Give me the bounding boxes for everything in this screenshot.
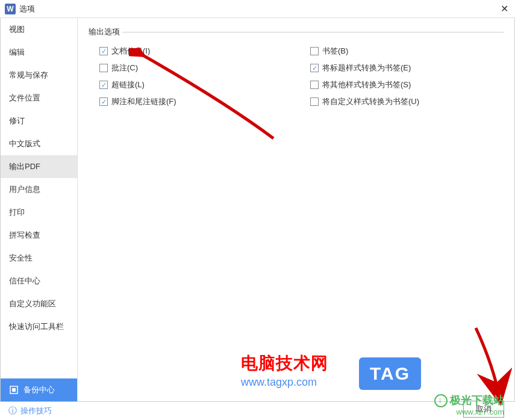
sidebar-item-quick-access[interactable]: 快速访问工具栏 xyxy=(1,315,77,338)
sidebar-item-trust-center[interactable]: 信任中心 xyxy=(1,270,77,292)
footer-buttons: 取消 xyxy=(463,401,504,418)
checkbox-doc-info[interactable] xyxy=(99,47,108,55)
option-hyperlinks[interactable]: 超链接(L) xyxy=(99,79,292,90)
option-bookmarks[interactable]: 书签(B) xyxy=(310,46,419,57)
help-icon: ⓘ xyxy=(8,406,17,416)
footer: ⓘ 操作技巧 取消 xyxy=(0,402,515,420)
sidebar-item-chinese-layout[interactable]: 中文版式 xyxy=(1,132,77,155)
checkbox-footnotes[interactable] xyxy=(99,97,108,106)
option-footnotes[interactable]: 脚注和尾注链接(F) xyxy=(99,96,292,107)
content-wrapper: 视图 编辑 常规与保存 文件位置 修订 中文版式 输出PDF 用户信息 打印 拼… xyxy=(0,18,515,402)
close-button[interactable]: ✕ xyxy=(498,2,510,14)
label-custom-to-bookmark: 将自定义样式转换为书签(U) xyxy=(322,96,419,107)
sidebar-item-revision[interactable]: 修订 xyxy=(1,110,77,132)
sidebar-item-custom-ribbon[interactable]: 自定义功能区 xyxy=(1,292,77,315)
backup-center-button[interactable]: 备份中心 xyxy=(1,378,77,401)
label-footnotes: 脚注和尾注链接(F) xyxy=(111,96,176,107)
sidebar-item-edit[interactable]: 编辑 xyxy=(1,41,77,64)
section-divider xyxy=(122,32,504,32)
options-grid: 文档信息(I) 批注(C) 超链接(L) 脚注和尾注链接(F) xyxy=(89,46,504,107)
cancel-button[interactable]: 取消 xyxy=(463,401,504,418)
option-doc-info[interactable]: 文档信息(I) xyxy=(99,46,292,57)
label-title-to-bookmark: 将标题样式转换为书签(E) xyxy=(322,63,411,73)
options-right-column: 书签(B) 将标题样式转换为书签(E) 将其他样式转换为书签(S) 将自定义样式… xyxy=(310,46,419,107)
sidebar-item-security[interactable]: 安全性 xyxy=(1,247,77,270)
checkbox-title-to-bookmark[interactable] xyxy=(310,64,319,72)
sidebar-item-output-pdf[interactable]: 输出PDF xyxy=(1,155,77,178)
checkbox-comments[interactable] xyxy=(99,64,108,72)
option-custom-to-bookmark[interactable]: 将自定义样式转换为书签(U) xyxy=(310,96,419,107)
section-title: 输出选项 xyxy=(89,26,120,37)
help-link[interactable]: 操作技巧 xyxy=(20,406,52,416)
sidebar-item-user-info[interactable]: 用户信息 xyxy=(1,178,77,201)
label-other-to-bookmark: 将其他样式转换为书签(S) xyxy=(322,79,411,90)
svg-rect-1 xyxy=(12,388,16,392)
titlebar: W 选项 ✕ xyxy=(0,0,515,18)
label-comments: 批注(C) xyxy=(111,63,138,73)
option-comments[interactable]: 批注(C) xyxy=(99,63,292,73)
checkbox-bookmarks[interactable] xyxy=(310,47,319,55)
label-hyperlinks: 超链接(L) xyxy=(111,79,145,90)
label-doc-info: 文档信息(I) xyxy=(111,46,150,57)
option-title-to-bookmark[interactable]: 将标题样式转换为书签(E) xyxy=(310,63,419,73)
window-title: 选项 xyxy=(19,4,35,14)
backup-center-label: 备份中心 xyxy=(23,384,55,395)
backup-icon xyxy=(9,385,19,395)
checkbox-custom-to-bookmark[interactable] xyxy=(310,97,319,106)
app-icon: W xyxy=(5,4,16,14)
sidebar-item-print[interactable]: 打印 xyxy=(1,201,77,224)
sidebar: 视图 编辑 常规与保存 文件位置 修订 中文版式 输出PDF 用户信息 打印 拼… xyxy=(1,18,78,401)
option-other-to-bookmark[interactable]: 将其他样式转换为书签(S) xyxy=(310,79,419,90)
sidebar-item-view[interactable]: 视图 xyxy=(1,18,77,41)
main-panel: 输出选项 文档信息(I) 批注(C) 超链接(L) 脚注和 xyxy=(78,18,514,401)
checkbox-hyperlinks[interactable] xyxy=(99,81,108,89)
sidebar-item-general-save[interactable]: 常规与保存 xyxy=(1,64,77,87)
sidebar-items: 视图 编辑 常规与保存 文件位置 修订 中文版式 输出PDF 用户信息 打印 拼… xyxy=(1,18,77,378)
checkbox-other-to-bookmark[interactable] xyxy=(310,81,319,89)
sidebar-item-file-location[interactable]: 文件位置 xyxy=(1,87,77,110)
label-bookmarks: 书签(B) xyxy=(322,46,348,57)
options-left-column: 文档信息(I) 批注(C) 超链接(L) 脚注和尾注链接(F) xyxy=(99,46,292,107)
section-header: 输出选项 xyxy=(89,26,504,37)
sidebar-item-spellcheck[interactable]: 拼写检查 xyxy=(1,224,77,247)
